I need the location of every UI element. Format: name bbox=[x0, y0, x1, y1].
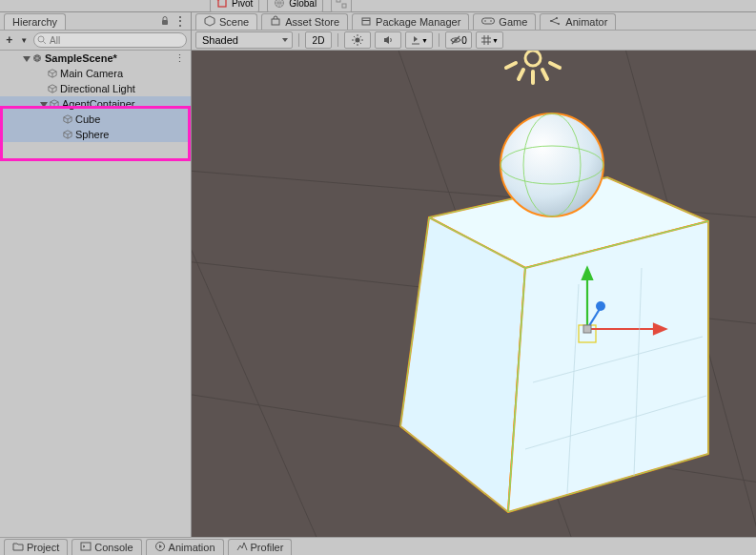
svg-line-31 bbox=[192, 51, 354, 546]
foldout-icon[interactable] bbox=[23, 56, 31, 62]
tab-animation[interactable]: Animation bbox=[146, 539, 224, 555]
tab-label: Asset Store bbox=[285, 16, 339, 28]
tab-game[interactable]: Game bbox=[473, 13, 536, 30]
tab-label: Animator bbox=[565, 16, 607, 28]
hierarchy-row-label: AgentContainer bbox=[62, 98, 134, 110]
svg-rect-9 bbox=[362, 18, 370, 25]
svg-rect-4 bbox=[342, 4, 346, 8]
hierarchy-search-input[interactable] bbox=[33, 32, 187, 48]
hidden-objects[interactable]: 0 bbox=[445, 31, 472, 49]
console-icon bbox=[80, 541, 92, 554]
profiler-icon bbox=[236, 541, 248, 554]
store-icon bbox=[270, 15, 281, 29]
svg-point-1 bbox=[216, 0, 219, 1]
tab-label: Animation bbox=[169, 542, 215, 553]
game-icon bbox=[481, 16, 495, 28]
svg-line-23 bbox=[360, 43, 361, 44]
panel-menu-icon[interactable]: ⋮ bbox=[173, 13, 188, 29]
lighting-toggle[interactable] bbox=[344, 31, 371, 49]
svg-line-37 bbox=[519, 70, 523, 79]
svg-point-13 bbox=[491, 20, 493, 22]
snap-button[interactable] bbox=[331, 0, 352, 12]
svg-line-38 bbox=[542, 70, 547, 79]
svg-rect-11 bbox=[482, 18, 495, 24]
pivot-label: Pivot bbox=[232, 0, 253, 9]
hierarchy-add-button[interactable]: + bbox=[4, 32, 15, 48]
scene-icon bbox=[204, 15, 215, 29]
foldout-icon[interactable] bbox=[40, 102, 48, 108]
global-label: Global bbox=[289, 0, 317, 9]
sphere-object bbox=[501, 113, 603, 216]
tab-project[interactable]: Project bbox=[4, 539, 68, 555]
scene-panel: SceneAsset StorePackage ManagerGameAnima… bbox=[192, 12, 756, 546]
draw-mode-dropdown[interactable]: Shaded bbox=[195, 31, 293, 49]
svg-line-7 bbox=[43, 41, 46, 44]
panel-lock-icon[interactable] bbox=[157, 13, 173, 29]
hierarchy-row[interactable]: SampleScene*⋮ bbox=[0, 51, 191, 66]
project-icon bbox=[12, 541, 24, 554]
hierarchy-tab-label: Hierarchy bbox=[12, 16, 57, 28]
draw-mode-label: Shaded bbox=[202, 34, 238, 46]
hierarchy-row-label: Directional Light bbox=[60, 83, 135, 94]
chevron-down-icon[interactable]: ▼ bbox=[19, 32, 31, 48]
svg-point-35 bbox=[525, 51, 541, 66]
package-icon bbox=[360, 15, 372, 29]
svg-line-40 bbox=[550, 63, 560, 68]
tab-label: Scene bbox=[219, 16, 249, 28]
svg-point-42 bbox=[501, 113, 603, 216]
directional-light-gizmo bbox=[506, 51, 560, 83]
tab-label: Package Manager bbox=[376, 16, 460, 28]
scene-context-icon[interactable]: ⋮ bbox=[174, 52, 185, 65]
hierarchy-row-label: Cube bbox=[75, 113, 100, 125]
hierarchy-row-label: SampleScene* bbox=[45, 52, 117, 64]
tab-asset-store[interactable]: Asset Store bbox=[261, 13, 348, 30]
svg-rect-52 bbox=[583, 325, 591, 333]
svg-line-25 bbox=[360, 36, 361, 37]
svg-line-39 bbox=[506, 63, 516, 68]
hierarchy-tab[interactable]: Hierarchy bbox=[4, 13, 66, 30]
audio-toggle[interactable] bbox=[375, 31, 401, 49]
svg-point-12 bbox=[485, 20, 487, 22]
fx-toggle[interactable]: ▼ bbox=[405, 31, 433, 49]
svg-rect-3 bbox=[337, 0, 340, 2]
svg-rect-8 bbox=[272, 19, 279, 25]
tab-label: Console bbox=[94, 542, 133, 553]
grid-toggle[interactable]: ▼ bbox=[476, 31, 503, 49]
svg-line-24 bbox=[354, 43, 355, 44]
svg-point-50 bbox=[596, 301, 605, 311]
tab-profiler[interactable]: Profiler bbox=[228, 539, 293, 555]
anim-icon bbox=[548, 15, 562, 29]
hierarchy-row[interactable]: Main Camera bbox=[0, 66, 191, 81]
hierarchy-row[interactable]: Cube bbox=[0, 112, 191, 127]
tab-label: Game bbox=[499, 16, 527, 28]
pivot-button[interactable]: Pivot bbox=[210, 0, 259, 12]
hierarchy-row-label: Main Camera bbox=[60, 68, 123, 79]
hierarchy-row-label: Sphere bbox=[75, 129, 109, 140]
svg-point-6 bbox=[38, 36, 44, 42]
hierarchy-panel: Hierarchy ⋮ + ▼ SampleScene*⋮Main Camera… bbox=[0, 12, 192, 546]
hierarchy-row[interactable]: AgentContainer bbox=[0, 96, 191, 112]
tab-scene[interactable]: Scene bbox=[195, 13, 257, 30]
scene-viewport[interactable] bbox=[192, 51, 756, 546]
svg-rect-0 bbox=[218, 0, 226, 7]
tab-animator[interactable]: Animator bbox=[540, 13, 616, 30]
tab-package-manager[interactable]: Package Manager bbox=[352, 13, 469, 30]
tab-label: Profiler bbox=[251, 542, 284, 553]
hierarchy-row[interactable]: Directional Light bbox=[0, 81, 191, 96]
tab-label: Project bbox=[27, 542, 59, 553]
hierarchy-row[interactable]: Sphere bbox=[0, 127, 191, 142]
svg-point-17 bbox=[356, 38, 360, 43]
global-button[interactable]: Global bbox=[267, 0, 323, 12]
cube-object bbox=[400, 177, 708, 512]
animation-icon bbox=[154, 541, 166, 554]
svg-rect-5 bbox=[162, 20, 168, 25]
svg-line-22 bbox=[354, 36, 355, 37]
tab-console[interactable]: Console bbox=[72, 539, 141, 555]
mode-2d-toggle[interactable]: 2D bbox=[305, 31, 332, 49]
